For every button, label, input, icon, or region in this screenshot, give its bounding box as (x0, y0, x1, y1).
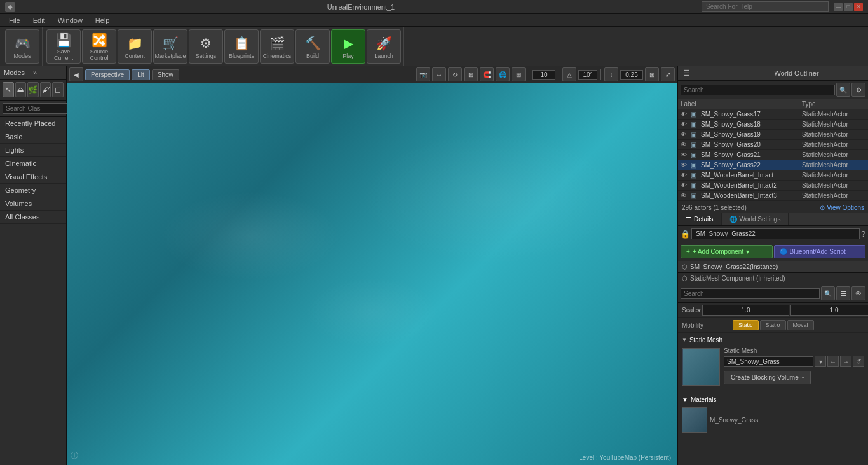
source-control-button[interactable]: 🔀 Source Control (82, 29, 116, 64)
mode-geometry-icon[interactable]: ◻ (52, 82, 64, 97)
modes-collapse-button[interactable]: » (33, 69, 62, 76)
viewport-canvas[interactable]: Level : YouTubeMap (Persistent) ⓘ (67, 83, 677, 465)
category-visual-effects[interactable]: Visual Effects (0, 170, 66, 184)
scale-y-input[interactable] (790, 305, 868, 316)
sm-prev-button[interactable]: ← (827, 356, 839, 367)
instance-label: SM_Snowy_Grass22(Instance) (690, 263, 778, 270)
minimize-button[interactable]: — (834, 3, 843, 11)
actor-name-input[interactable] (691, 228, 860, 239)
marketplace-label: Marketplace (154, 53, 186, 60)
lit-button[interactable]: Lit (132, 69, 150, 80)
sm-reset-button[interactable]: ↺ (853, 356, 864, 367)
add-component-button[interactable]: + + Add Component ▾ (681, 245, 773, 258)
content-label: Content (125, 53, 145, 60)
stationary-mobility-button[interactable]: Statio (760, 320, 786, 330)
sm-dropdown-icon[interactable]: ▾ (815, 356, 826, 367)
save-current-button[interactable]: 💾 Save Current (46, 29, 81, 64)
help-search-input[interactable] (702, 1, 829, 12)
scale-icon[interactable]: ⊞ (464, 67, 478, 81)
blueprints-button[interactable]: 📋 Blueprints (224, 29, 259, 64)
static-mesh-name-input[interactable] (724, 356, 813, 367)
world-icon[interactable]: 🌐 (496, 67, 510, 81)
category-volumes[interactable]: Volumes (0, 197, 66, 211)
menu-edit[interactable]: Edit (27, 15, 51, 25)
movable-mobility-button[interactable]: Moval (787, 320, 814, 330)
wo-label: SM_Snowy_Grass21 (701, 151, 802, 158)
wo-row-grass21[interactable]: 👁 ▣ SM_Snowy_Grass21 StaticMeshActor (678, 150, 868, 160)
tab-world-settings[interactable]: 🌐 World Settings (722, 213, 789, 225)
expand-icon[interactable]: ⤢ (661, 67, 675, 81)
wo-row-grass20[interactable]: 👁 ▣ SM_Snowy_Grass20 StaticMeshActor (678, 140, 868, 150)
details-search-input[interactable] (681, 288, 820, 299)
layout-icon[interactable]: ⊞ (645, 67, 659, 81)
wo-row-barrel1[interactable]: 👁 ▣ SM_WoodenBarrel_Intact StaticMeshAct… (678, 170, 868, 181)
angle-icon[interactable]: △ (562, 67, 576, 81)
wo-row-barrel3[interactable]: 👁 ▣ SM_WoodenBarrel_Intact3 StaticMeshAc… (678, 191, 868, 201)
blueprint-add-script-button[interactable]: 🔵 Blueprint/Add Script (774, 245, 866, 258)
details-eye-icon[interactable]: 👁 (851, 286, 865, 300)
help-icon[interactable]: ? (861, 230, 865, 239)
category-lights[interactable]: Lights (0, 144, 66, 157)
mesh-icon: ▣ (691, 182, 701, 189)
settings-button[interactable]: ⚙ Settings (189, 29, 223, 64)
wo-row-barrel2[interactable]: 👁 ▣ SM_WoodenBarrel_Intact2 StaticMeshAc… (678, 181, 868, 191)
cinematics-button[interactable]: 🎬 Cinematics (260, 29, 294, 64)
mode-foliage-icon[interactable]: 🌿 (27, 82, 39, 97)
wo-row-grass22[interactable]: 👁 ▣ SM_Snowy_Grass22 StaticMeshActor (678, 160, 868, 170)
content-button[interactable]: 📁 Content (118, 29, 152, 64)
modes-button[interactable]: 🎮 Modes (5, 29, 39, 64)
wo-row-grass18[interactable]: 👁 ▣ SM_Snowy_Grass18 StaticMeshActor (678, 120, 868, 130)
mode-brush-icon[interactable]: 🖌 (40, 82, 51, 97)
wo-view-options-button[interactable]: ⊙ View Options (820, 204, 864, 211)
build-button[interactable]: 🔨 Build (295, 29, 330, 64)
viewport-arrow-icon[interactable]: ◀ (69, 67, 83, 81)
launch-button[interactable]: 🚀 Launch (367, 29, 401, 64)
static-mobility-button[interactable]: Static (733, 320, 759, 330)
name-bar: 🔒 ? (678, 226, 868, 242)
category-basic[interactable]: Basic (0, 130, 66, 144)
menu-window[interactable]: Window (51, 15, 89, 25)
play-label: Play (342, 53, 354, 60)
category-cinematic[interactable]: Cinematic (0, 157, 66, 170)
move-icon[interactable]: ↕ (604, 67, 618, 81)
details-search-icon[interactable]: 🔍 (821, 286, 835, 300)
marketplace-button[interactable]: 🛒 Marketplace (153, 29, 187, 64)
show-button[interactable]: Show (152, 69, 179, 80)
grid-icon[interactable]: ⊞ (512, 67, 526, 81)
maximize-button[interactable]: □ (844, 3, 853, 11)
close-button[interactable]: ✕ (854, 3, 863, 11)
perspective-button[interactable]: Perspective (85, 69, 130, 80)
wo-search-input[interactable] (681, 85, 835, 95)
wo-row-grass19[interactable]: 👁 ▣ SM_Snowy_Grass19 StaticMeshActor (678, 130, 868, 140)
sm-next-button[interactable]: → (840, 356, 851, 367)
details-list-icon[interactable]: ☰ (836, 286, 850, 300)
translate-icon[interactable]: ↔ (432, 67, 446, 81)
category-geometry[interactable]: Geometry (0, 184, 66, 197)
snap-icon[interactable]: 🧲 (480, 67, 494, 81)
menu-help[interactable]: Help (89, 15, 116, 25)
wo-settings-icon[interactable]: ⚙ (851, 83, 865, 97)
mode-select-icon[interactable]: ↖ (3, 82, 14, 97)
wo-row-grass17[interactable]: 👁 ▣ SM_Snowy_Grass17 StaticMeshActor (678, 109, 868, 120)
grid-size-input[interactable] (532, 70, 555, 80)
category-recently-placed[interactable]: Recently Placed (0, 117, 66, 130)
category-all-classes[interactable]: All Classes (0, 211, 66, 224)
scale-x-input[interactable] (702, 305, 789, 316)
mesh-icon: ▣ (691, 192, 701, 199)
rotate-icon[interactable]: ↻ (448, 67, 462, 81)
wo-icon: ☰ (683, 69, 772, 78)
mode-landscape-icon[interactable]: ⛰ (15, 82, 27, 97)
tab-details[interactable]: ☰ Details (678, 213, 722, 225)
menu-file[interactable]: File (3, 15, 27, 25)
materials-section: ▼ Materials M_Snowy_Grass (678, 392, 868, 435)
lock-icon[interactable]: 🔒 (681, 230, 690, 239)
play-button[interactable]: ▶ Play (331, 29, 365, 64)
vp-separator (529, 69, 529, 80)
camera-icon[interactable]: 📷 (416, 67, 430, 81)
angle-input[interactable] (578, 70, 597, 80)
scale-input[interactable] (620, 70, 643, 80)
wo-footer: 296 actors (1 selected) ⊙ View Options (678, 202, 868, 213)
wo-search-icon[interactable]: 🔍 (836, 83, 850, 97)
create-blocking-volume-button[interactable]: Create Blocking Volume ~ (724, 371, 811, 384)
blueprint-label: Blueprint/Add Script (790, 248, 846, 255)
